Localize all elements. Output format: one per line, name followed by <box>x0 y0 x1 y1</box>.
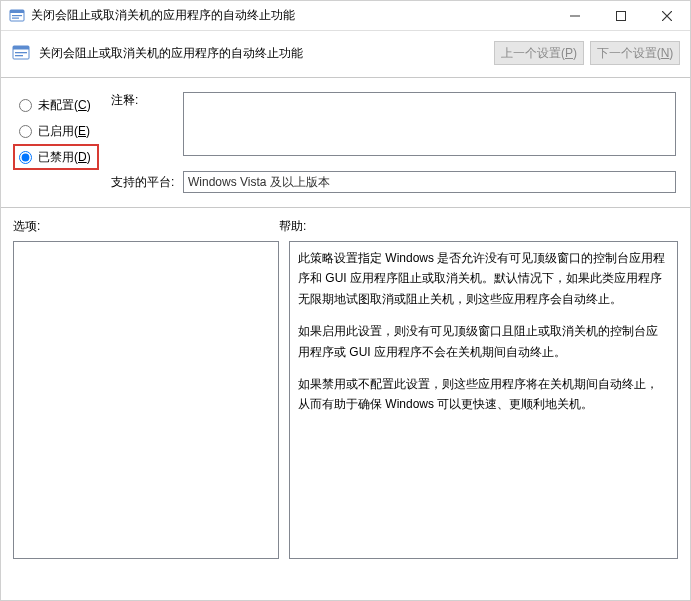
comment-label: 注释: <box>111 92 183 159</box>
minimize-button[interactable] <box>552 1 598 31</box>
lower-panels: 此策略设置指定 Windows 是否允许没有可见顶级窗口的控制台应用程序和 GU… <box>1 241 690 571</box>
svg-rect-8 <box>15 52 27 53</box>
radio-enabled-label: 已启用(E) <box>38 123 90 140</box>
svg-rect-5 <box>617 11 626 20</box>
radio-disabled-label: 已禁用(D) <box>38 149 91 166</box>
policy-title: 关闭会阻止或取消关机的应用程序的自动终止功能 <box>39 45 488 62</box>
platform-label: 支持的平台: <box>111 171 183 193</box>
close-button[interactable] <box>644 1 690 31</box>
comment-textarea[interactable] <box>183 92 676 156</box>
radio-enabled[interactable]: 已启用(E) <box>15 118 111 144</box>
titlebar: 关闭会阻止或取消关机的应用程序的自动终止功能 <box>1 1 690 31</box>
state-radio-group: 未配置(C) 已启用(E) 已禁用(D) <box>15 92 111 193</box>
radio-not-configured-label: 未配置(C) <box>38 97 91 114</box>
maximize-button[interactable] <box>598 1 644 31</box>
svg-rect-2 <box>12 15 22 16</box>
svg-rect-7 <box>13 46 29 50</box>
header: 关闭会阻止或取消关机的应用程序的自动终止功能 上一个设置(P) 下一个设置(N) <box>1 31 690 78</box>
svg-rect-3 <box>12 17 19 18</box>
previous-setting-button[interactable]: 上一个设置(P) <box>494 41 584 65</box>
lower-labels: 选项: 帮助: <box>1 208 690 241</box>
settings-upper: 未配置(C) 已启用(E) 已禁用(D) 注释: 支持的平台: <box>1 78 690 208</box>
policy-icon <box>11 43 31 63</box>
radio-disabled-input[interactable] <box>19 151 32 164</box>
help-paragraph: 此策略设置指定 Windows 是否允许没有可见顶级窗口的控制台应用程序和 GU… <box>298 248 669 309</box>
svg-rect-4 <box>570 15 580 16</box>
next-setting-button[interactable]: 下一个设置(N) <box>590 41 680 65</box>
help-paragraph: 如果禁用或不配置此设置，则这些应用程序将在关机期间自动终止，从而有助于确保 Wi… <box>298 374 669 415</box>
platform-field <box>183 171 676 193</box>
radio-not-configured-input[interactable] <box>19 99 32 112</box>
radio-enabled-input[interactable] <box>19 125 32 138</box>
app-icon <box>9 8 25 24</box>
help-panel: 此策略设置指定 Windows 是否允许没有可见顶级窗口的控制台应用程序和 GU… <box>289 241 678 559</box>
radio-disabled[interactable]: 已禁用(D) <box>13 144 99 170</box>
options-panel <box>13 241 279 559</box>
svg-rect-9 <box>15 55 23 56</box>
window-title: 关闭会阻止或取消关机的应用程序的自动终止功能 <box>31 7 552 24</box>
options-label: 选项: <box>13 218 279 235</box>
help-label: 帮助: <box>279 218 306 235</box>
svg-rect-1 <box>10 10 24 13</box>
window-controls <box>552 1 690 31</box>
radio-not-configured[interactable]: 未配置(C) <box>15 92 111 118</box>
help-paragraph: 如果启用此设置，则没有可见顶级窗口且阻止或取消关机的控制台应用程序或 GUI 应… <box>298 321 669 362</box>
